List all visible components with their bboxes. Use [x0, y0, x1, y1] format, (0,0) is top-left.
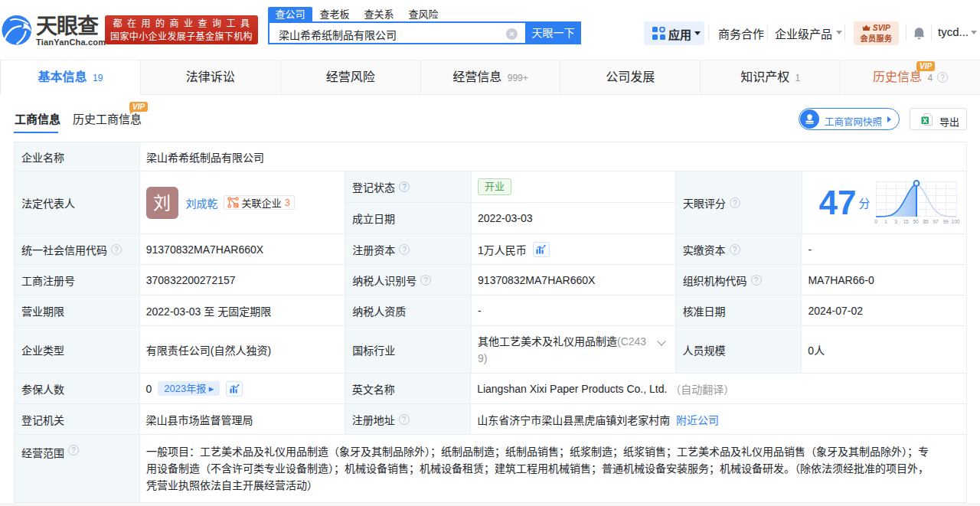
svg-text:企: 企 — [234, 203, 237, 207]
svg-text:99: 99 — [942, 219, 949, 224]
svg-text:0: 0 — [874, 219, 877, 224]
svg-text:97: 97 — [933, 219, 939, 224]
svg-text:15: 15 — [903, 219, 909, 224]
svg-text:100: 100 — [952, 219, 960, 224]
svg-text:1: 1 — [884, 219, 887, 224]
svg-text:3: 3 — [894, 219, 897, 224]
svg-text:85: 85 — [923, 219, 929, 224]
svg-text:50: 50 — [913, 219, 919, 224]
